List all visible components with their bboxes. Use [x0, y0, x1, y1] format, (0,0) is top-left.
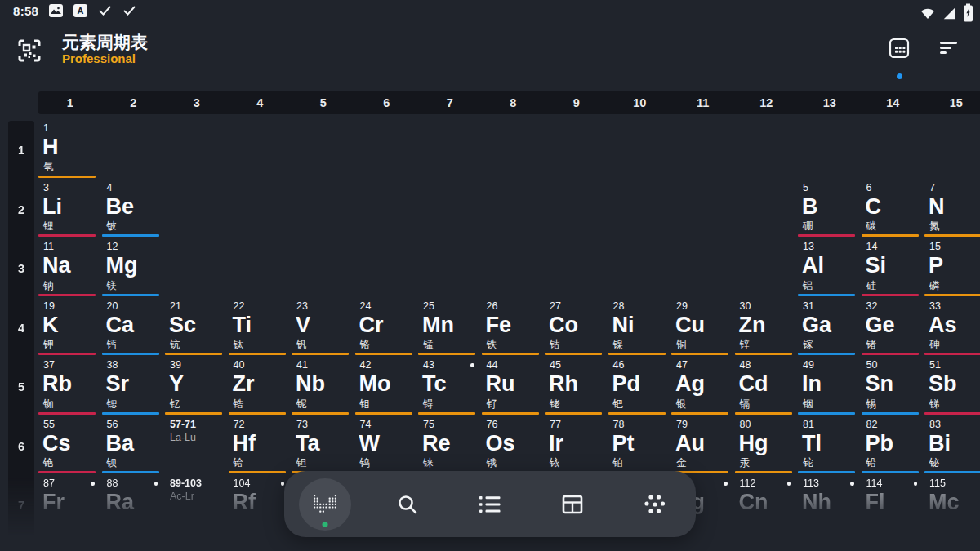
element-cell-In[interactable]: 49In铟 — [798, 358, 862, 417]
element-cell-Y[interactable]: 39Y钇 — [165, 358, 229, 417]
nav-item-molecule[interactable] — [617, 471, 693, 537]
element-cell-Os[interactable]: 76Os锇 — [482, 417, 546, 477]
element-cell-Hf[interactable]: 72Hf铪 — [229, 417, 292, 477]
element-cell-Nb[interactable]: 41Nb铌 — [292, 358, 355, 417]
element-cell-Li[interactable]: 3Li锂 — [38, 180, 102, 240]
element-cell-Hg[interactable]: 80Hg汞 — [735, 417, 799, 477]
element-cell-Pt[interactable]: 78Pt铂 — [608, 417, 672, 477]
element-cell-Ir[interactable]: 77Ir铱 — [545, 417, 608, 477]
element-cell-Sn[interactable]: 50Sn锡 — [862, 358, 925, 417]
element-cell-Ru[interactable]: 44Ru钌 — [482, 358, 546, 417]
category-underline — [229, 412, 286, 415]
element-cell-Tc[interactable]: 43Tc锝 — [418, 358, 482, 417]
element-cell-Ga[interactable]: 31Ga镓 — [798, 299, 862, 358]
atomic-number: 49 — [803, 359, 814, 371]
category-underline — [798, 471, 855, 473]
element-cell-Zr[interactable]: 40Zr锆 — [229, 358, 292, 417]
element-cell-Si[interactable]: 14Si硅 — [862, 239, 925, 299]
element-cell-Rh[interactable]: 45Rh铑 — [545, 358, 608, 417]
atomic-number: 43 — [423, 359, 434, 371]
category-underline — [924, 471, 980, 473]
element-cell-Al[interactable]: 13Al铝 — [798, 239, 862, 299]
element-symbol: Tc — [422, 370, 447, 398]
atomic-number: 19 — [43, 300, 55, 312]
element-cell-Sc[interactable]: 21Sc钪 — [165, 299, 229, 358]
element-cell-Mc[interactable]: 115Mc — [924, 476, 980, 535]
element-symbol: Ge — [866, 311, 895, 339]
element-cell-H[interactable]: 1H氢 — [38, 121, 102, 180]
nav-item-list[interactable] — [452, 471, 528, 537]
element-cell-B[interactable]: 5B硼 — [798, 180, 862, 240]
element-cell-Be[interactable]: 4Be铍 — [102, 180, 166, 240]
element-cell-W[interactable]: 74W钨 — [355, 417, 419, 477]
element-cell-Na[interactable]: 11Na钠 — [38, 239, 102, 299]
element-name-zh: 钾 — [43, 338, 54, 352]
element-cell-Re[interactable]: 75Re铼 — [418, 417, 482, 477]
radioactive-dot — [914, 482, 918, 486]
group-header-9: 9 — [545, 91, 608, 114]
nav-item-table[interactable] — [535, 471, 610, 537]
atomic-number: 25 — [423, 300, 434, 312]
sort-button[interactable] — [939, 38, 962, 60]
element-cell-Rb[interactable]: 37Rb铷 — [38, 358, 102, 417]
element-cell-Fr[interactable]: 87Fr — [38, 476, 102, 535]
element-cell-Ba[interactable]: 56Ba钡 — [102, 417, 166, 477]
element-cell-Tl[interactable]: 81Tl铊 — [798, 417, 862, 477]
element-cell-Rf[interactable]: 104Rf — [229, 476, 292, 535]
element-cell-Cn[interactable]: 112Cn — [735, 476, 799, 535]
element-cell-Ra[interactable]: 88Ra — [102, 476, 166, 535]
calculator-button[interactable] — [889, 38, 911, 60]
nav-item-search[interactable] — [370, 471, 445, 537]
element-cell-Cu[interactable]: 29Cu铜 — [671, 299, 735, 358]
atomic-number-range: 57-71 — [170, 419, 196, 430]
element-cell-Mo[interactable]: 42Mo钼 — [355, 358, 419, 417]
element-cell-V[interactable]: 23V钒 — [292, 299, 355, 358]
element-cell-Mn[interactable]: 25Mn锰 — [418, 299, 482, 358]
radioactive-dot — [91, 482, 95, 486]
element-cell-Cd[interactable]: 48Cd镉 — [735, 358, 799, 417]
element-cell-Pd[interactable]: 46Pd钯 — [608, 358, 672, 417]
element-cell-Ag[interactable]: 47Ag银 — [671, 358, 735, 417]
element-cell-Mg[interactable]: 12Mg镁 — [102, 239, 166, 299]
element-name-zh: 铌 — [296, 398, 307, 411]
element-cell-As[interactable]: 33As砷 — [924, 299, 980, 358]
nav-item-periodic-table[interactable] — [287, 471, 363, 537]
category-underline — [608, 353, 666, 355]
element-cell-Co[interactable]: 27Co钴 — [545, 299, 608, 358]
atomic-number: 88 — [107, 478, 118, 489]
element-symbol: Os — [486, 429, 515, 457]
element-cell-P[interactable]: 15P磷 — [924, 239, 980, 299]
element-range-label: La-Lu — [170, 432, 196, 443]
element-cell-Pb[interactable]: 82Pb铅 — [862, 417, 925, 477]
atomic-number: 30 — [740, 300, 751, 312]
element-name-zh: 铍 — [107, 220, 118, 233]
element-symbol: Cd — [739, 370, 768, 398]
element-cell-Ge[interactable]: 32Ge锗 — [862, 299, 925, 358]
element-cell-Sr[interactable]: 38Sr锶 — [102, 358, 166, 417]
element-cell-Fl[interactable]: 114Fl — [862, 476, 925, 535]
element-cell-Fe[interactable]: 26Fe铁 — [482, 299, 546, 358]
element-name-zh: 钯 — [613, 398, 624, 411]
element-symbol: Na — [42, 251, 71, 279]
element-cell-K[interactable]: 19K钾 — [38, 299, 102, 358]
element-cell-Ti[interactable]: 22Ti钛 — [229, 299, 292, 358]
element-cell-C[interactable]: 6C碳 — [862, 180, 925, 240]
radioactive-dot — [787, 482, 791, 486]
cellular-signal-icon — [942, 5, 957, 21]
element-cell-Ta[interactable]: 73Ta钽 — [292, 417, 355, 477]
element-symbol: Be — [106, 193, 135, 220]
element-cell-Au[interactable]: 79Au金 — [671, 417, 735, 477]
element-cell-Nh[interactable]: 113Nh — [798, 476, 862, 535]
element-cell-Ni[interactable]: 28Ni镍 — [608, 299, 672, 358]
element-cell-N[interactable]: 7N氮 — [924, 180, 980, 240]
element-cell-57-71[interactable]: 57-71La-Lu — [165, 417, 229, 477]
element-cell-89-103[interactable]: 89-103Ac-Lr — [165, 476, 229, 535]
element-cell-Ca[interactable]: 20Ca钙 — [102, 299, 166, 358]
element-cell-Cr[interactable]: 24Cr铬 — [355, 299, 419, 358]
element-name-zh: 铊 — [803, 456, 813, 470]
element-cell-Sb[interactable]: 51Sb锑 — [924, 358, 980, 417]
element-cell-Cs[interactable]: 55Cs铯 — [38, 417, 102, 477]
element-name-zh: 铑 — [550, 398, 560, 411]
element-cell-Bi[interactable]: 83Bi铋 — [924, 417, 980, 477]
element-cell-Zn[interactable]: 30Zn锌 — [735, 299, 799, 358]
